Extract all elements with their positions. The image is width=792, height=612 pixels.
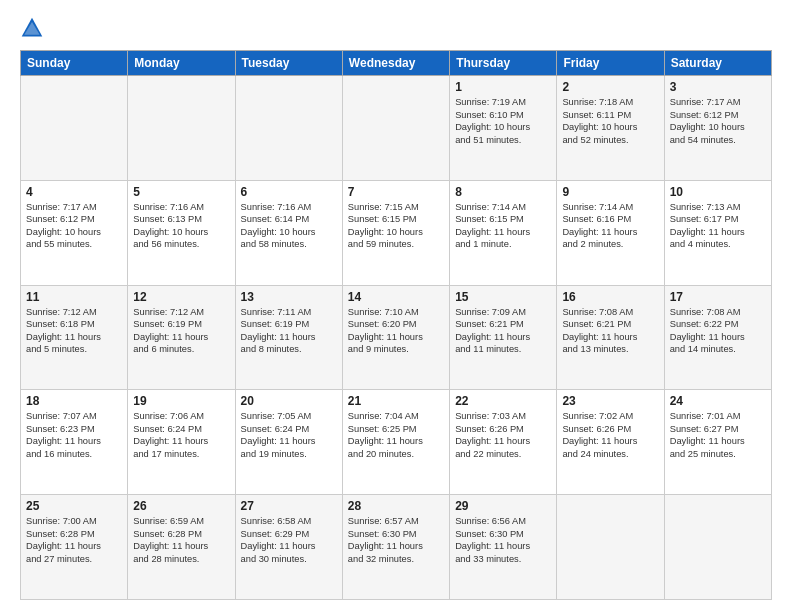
cell-info: Sunrise: 7:06 AM Sunset: 6:24 PM Dayligh… — [133, 410, 229, 460]
day-number: 7 — [348, 185, 444, 199]
calendar-cell: 28Sunrise: 6:57 AM Sunset: 6:30 PM Dayli… — [342, 495, 449, 600]
calendar-cell: 23Sunrise: 7:02 AM Sunset: 6:26 PM Dayli… — [557, 390, 664, 495]
cell-info: Sunrise: 7:07 AM Sunset: 6:23 PM Dayligh… — [26, 410, 122, 460]
week-row-1: 1Sunrise: 7:19 AM Sunset: 6:10 PM Daylig… — [21, 76, 772, 181]
day-number: 15 — [455, 290, 551, 304]
col-header-tuesday: Tuesday — [235, 51, 342, 76]
day-number: 13 — [241, 290, 337, 304]
cell-info: Sunrise: 7:19 AM Sunset: 6:10 PM Dayligh… — [455, 96, 551, 146]
cell-info: Sunrise: 7:08 AM Sunset: 6:21 PM Dayligh… — [562, 306, 658, 356]
calendar-cell: 6Sunrise: 7:16 AM Sunset: 6:14 PM Daylig… — [235, 180, 342, 285]
day-number: 14 — [348, 290, 444, 304]
cell-info: Sunrise: 7:11 AM Sunset: 6:19 PM Dayligh… — [241, 306, 337, 356]
cell-info: Sunrise: 7:05 AM Sunset: 6:24 PM Dayligh… — [241, 410, 337, 460]
calendar-cell: 1Sunrise: 7:19 AM Sunset: 6:10 PM Daylig… — [450, 76, 557, 181]
calendar-cell — [21, 76, 128, 181]
calendar-cell: 10Sunrise: 7:13 AM Sunset: 6:17 PM Dayli… — [664, 180, 771, 285]
col-header-wednesday: Wednesday — [342, 51, 449, 76]
cell-info: Sunrise: 7:12 AM Sunset: 6:18 PM Dayligh… — [26, 306, 122, 356]
calendar-cell: 18Sunrise: 7:07 AM Sunset: 6:23 PM Dayli… — [21, 390, 128, 495]
col-header-friday: Friday — [557, 51, 664, 76]
day-number: 21 — [348, 394, 444, 408]
cell-info: Sunrise: 7:15 AM Sunset: 6:15 PM Dayligh… — [348, 201, 444, 251]
day-number: 10 — [670, 185, 766, 199]
day-number: 27 — [241, 499, 337, 513]
cell-info: Sunrise: 7:13 AM Sunset: 6:17 PM Dayligh… — [670, 201, 766, 251]
day-number: 5 — [133, 185, 229, 199]
cell-info: Sunrise: 7:00 AM Sunset: 6:28 PM Dayligh… — [26, 515, 122, 565]
cell-info: Sunrise: 7:17 AM Sunset: 6:12 PM Dayligh… — [670, 96, 766, 146]
cell-info: Sunrise: 7:03 AM Sunset: 6:26 PM Dayligh… — [455, 410, 551, 460]
calendar-cell: 20Sunrise: 7:05 AM Sunset: 6:24 PM Dayli… — [235, 390, 342, 495]
day-number: 23 — [562, 394, 658, 408]
calendar-cell: 5Sunrise: 7:16 AM Sunset: 6:13 PM Daylig… — [128, 180, 235, 285]
cell-info: Sunrise: 6:56 AM Sunset: 6:30 PM Dayligh… — [455, 515, 551, 565]
calendar-cell: 25Sunrise: 7:00 AM Sunset: 6:28 PM Dayli… — [21, 495, 128, 600]
calendar-cell — [342, 76, 449, 181]
day-number: 26 — [133, 499, 229, 513]
calendar-cell — [557, 495, 664, 600]
calendar-cell: 24Sunrise: 7:01 AM Sunset: 6:27 PM Dayli… — [664, 390, 771, 495]
calendar-table: SundayMondayTuesdayWednesdayThursdayFrid… — [20, 50, 772, 600]
calendar-cell: 21Sunrise: 7:04 AM Sunset: 6:25 PM Dayli… — [342, 390, 449, 495]
calendar-cell: 19Sunrise: 7:06 AM Sunset: 6:24 PM Dayli… — [128, 390, 235, 495]
day-number: 11 — [26, 290, 122, 304]
header-row: SundayMondayTuesdayWednesdayThursdayFrid… — [21, 51, 772, 76]
cell-info: Sunrise: 7:10 AM Sunset: 6:20 PM Dayligh… — [348, 306, 444, 356]
cell-info: Sunrise: 7:09 AM Sunset: 6:21 PM Dayligh… — [455, 306, 551, 356]
calendar-cell: 22Sunrise: 7:03 AM Sunset: 6:26 PM Dayli… — [450, 390, 557, 495]
week-row-3: 11Sunrise: 7:12 AM Sunset: 6:18 PM Dayli… — [21, 285, 772, 390]
calendar-cell: 13Sunrise: 7:11 AM Sunset: 6:19 PM Dayli… — [235, 285, 342, 390]
day-number: 25 — [26, 499, 122, 513]
logo-icon — [20, 16, 44, 40]
calendar-cell: 15Sunrise: 7:09 AM Sunset: 6:21 PM Dayli… — [450, 285, 557, 390]
cell-info: Sunrise: 7:18 AM Sunset: 6:11 PM Dayligh… — [562, 96, 658, 146]
cell-info: Sunrise: 7:17 AM Sunset: 6:12 PM Dayligh… — [26, 201, 122, 251]
calendar-cell: 16Sunrise: 7:08 AM Sunset: 6:21 PM Dayli… — [557, 285, 664, 390]
calendar-cell: 27Sunrise: 6:58 AM Sunset: 6:29 PM Dayli… — [235, 495, 342, 600]
day-number: 9 — [562, 185, 658, 199]
cell-info: Sunrise: 7:16 AM Sunset: 6:13 PM Dayligh… — [133, 201, 229, 251]
day-number: 22 — [455, 394, 551, 408]
calendar-cell: 2Sunrise: 7:18 AM Sunset: 6:11 PM Daylig… — [557, 76, 664, 181]
calendar-cell: 3Sunrise: 7:17 AM Sunset: 6:12 PM Daylig… — [664, 76, 771, 181]
day-number: 4 — [26, 185, 122, 199]
day-number: 17 — [670, 290, 766, 304]
cell-info: Sunrise: 7:14 AM Sunset: 6:15 PM Dayligh… — [455, 201, 551, 251]
calendar-cell: 8Sunrise: 7:14 AM Sunset: 6:15 PM Daylig… — [450, 180, 557, 285]
cell-info: Sunrise: 7:16 AM Sunset: 6:14 PM Dayligh… — [241, 201, 337, 251]
header — [20, 16, 772, 40]
calendar-cell: 26Sunrise: 6:59 AM Sunset: 6:28 PM Dayli… — [128, 495, 235, 600]
week-row-4: 18Sunrise: 7:07 AM Sunset: 6:23 PM Dayli… — [21, 390, 772, 495]
calendar-cell: 12Sunrise: 7:12 AM Sunset: 6:19 PM Dayli… — [128, 285, 235, 390]
cell-info: Sunrise: 7:08 AM Sunset: 6:22 PM Dayligh… — [670, 306, 766, 356]
cell-info: Sunrise: 7:14 AM Sunset: 6:16 PM Dayligh… — [562, 201, 658, 251]
day-number: 18 — [26, 394, 122, 408]
calendar-cell: 4Sunrise: 7:17 AM Sunset: 6:12 PM Daylig… — [21, 180, 128, 285]
calendar-cell: 14Sunrise: 7:10 AM Sunset: 6:20 PM Dayli… — [342, 285, 449, 390]
day-number: 12 — [133, 290, 229, 304]
day-number: 20 — [241, 394, 337, 408]
calendar-cell: 9Sunrise: 7:14 AM Sunset: 6:16 PM Daylig… — [557, 180, 664, 285]
calendar-cell: 17Sunrise: 7:08 AM Sunset: 6:22 PM Dayli… — [664, 285, 771, 390]
col-header-sunday: Sunday — [21, 51, 128, 76]
cell-info: Sunrise: 7:01 AM Sunset: 6:27 PM Dayligh… — [670, 410, 766, 460]
week-row-2: 4Sunrise: 7:17 AM Sunset: 6:12 PM Daylig… — [21, 180, 772, 285]
calendar-cell — [128, 76, 235, 181]
col-header-saturday: Saturday — [664, 51, 771, 76]
logo — [20, 16, 48, 40]
calendar-cell: 29Sunrise: 6:56 AM Sunset: 6:30 PM Dayli… — [450, 495, 557, 600]
day-number: 2 — [562, 80, 658, 94]
cell-info: Sunrise: 6:57 AM Sunset: 6:30 PM Dayligh… — [348, 515, 444, 565]
col-header-thursday: Thursday — [450, 51, 557, 76]
calendar-cell — [235, 76, 342, 181]
day-number: 8 — [455, 185, 551, 199]
day-number: 3 — [670, 80, 766, 94]
cell-info: Sunrise: 6:59 AM Sunset: 6:28 PM Dayligh… — [133, 515, 229, 565]
day-number: 29 — [455, 499, 551, 513]
page: SundayMondayTuesdayWednesdayThursdayFrid… — [0, 0, 792, 612]
calendar-cell — [664, 495, 771, 600]
calendar-cell: 7Sunrise: 7:15 AM Sunset: 6:15 PM Daylig… — [342, 180, 449, 285]
cell-info: Sunrise: 7:02 AM Sunset: 6:26 PM Dayligh… — [562, 410, 658, 460]
day-number: 28 — [348, 499, 444, 513]
